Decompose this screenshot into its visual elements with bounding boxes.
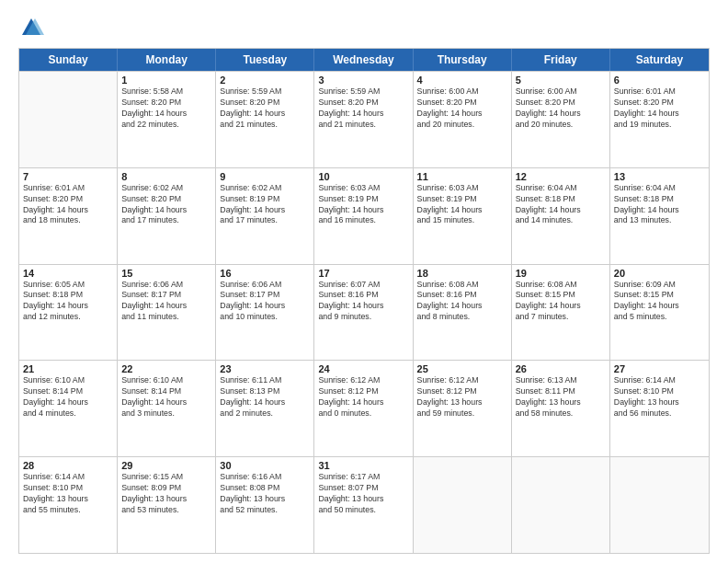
logo [18,15,48,40]
cell-day-number: 20 [614,268,705,279]
cal-cell: 5Sunrise: 6:00 AM Sunset: 8:20 PM Daylig… [512,72,610,167]
cell-day-number: 26 [516,363,606,374]
cal-cell: 2Sunrise: 5:59 AM Sunset: 8:20 PM Daylig… [216,72,314,167]
cell-info: Sunrise: 6:06 AM Sunset: 8:17 PM Dayligh… [220,280,310,324]
cell-day-number: 5 [516,75,606,86]
cell-info: Sunrise: 6:12 AM Sunset: 8:12 PM Dayligh… [318,375,408,419]
header-day-saturday: Saturday [610,49,709,71]
cal-cell: 4Sunrise: 6:00 AM Sunset: 8:20 PM Daylig… [414,72,512,167]
cell-day-number: 30 [220,460,310,471]
cell-info: Sunrise: 6:14 AM Sunset: 8:10 PM Dayligh… [23,472,113,516]
cell-day-number: 12 [516,171,606,182]
header-day-sunday: Sunday [19,49,118,71]
cell-info: Sunrise: 6:17 AM Sunset: 8:07 PM Dayligh… [318,472,408,516]
cell-day-number: 13 [614,171,705,182]
cal-cell: 15Sunrise: 6:06 AM Sunset: 8:17 PM Dayli… [118,265,216,361]
calendar-body: 1Sunrise: 5:58 AM Sunset: 8:20 PM Daylig… [19,71,709,553]
cell-info: Sunrise: 6:09 AM Sunset: 8:15 PM Dayligh… [614,280,705,324]
header-day-monday: Monday [118,49,216,71]
cal-cell: 27Sunrise: 6:14 AM Sunset: 8:10 PM Dayli… [610,361,709,456]
cell-info: Sunrise: 6:02 AM Sunset: 8:20 PM Dayligh… [121,183,211,227]
cal-cell: 18Sunrise: 6:08 AM Sunset: 8:16 PM Dayli… [414,265,512,361]
cal-cell: 1Sunrise: 5:58 AM Sunset: 8:20 PM Daylig… [118,72,216,167]
cell-day-number: 2 [220,75,310,86]
cell-info: Sunrise: 6:05 AM Sunset: 8:18 PM Dayligh… [23,280,113,324]
cell-day-number: 14 [23,268,113,279]
cell-info: Sunrise: 6:10 AM Sunset: 8:14 PM Dayligh… [121,375,211,419]
cell-info: Sunrise: 6:14 AM Sunset: 8:10 PM Dayligh… [614,375,705,419]
cell-day-number: 9 [220,171,310,182]
cal-cell: 7Sunrise: 6:01 AM Sunset: 8:20 PM Daylig… [19,168,118,264]
cal-cell: 22Sunrise: 6:10 AM Sunset: 8:14 PM Dayli… [118,361,216,456]
cell-info: Sunrise: 6:13 AM Sunset: 8:11 PM Dayligh… [516,375,606,419]
cal-cell: 13Sunrise: 6:04 AM Sunset: 8:18 PM Dayli… [610,168,709,264]
cal-cell: 9Sunrise: 6:02 AM Sunset: 8:19 PM Daylig… [216,168,314,264]
cal-cell: 14Sunrise: 6:05 AM Sunset: 8:18 PM Dayli… [19,265,118,361]
cell-info: Sunrise: 5:58 AM Sunset: 8:20 PM Dayligh… [121,86,211,131]
cell-day-number: 23 [220,363,310,374]
cal-cell: 23Sunrise: 6:11 AM Sunset: 8:13 PM Dayli… [216,361,314,456]
cell-info: Sunrise: 6:11 AM Sunset: 8:13 PM Dayligh… [220,375,310,419]
cal-cell: 6Sunrise: 6:01 AM Sunset: 8:20 PM Daylig… [610,72,709,167]
cell-info: Sunrise: 6:01 AM Sunset: 8:20 PM Dayligh… [614,86,705,131]
cal-cell: 8Sunrise: 6:02 AM Sunset: 8:20 PM Daylig… [118,168,216,264]
calendar-header: SundayMondayTuesdayWednesdayThursdayFrid… [19,49,709,71]
cell-day-number: 11 [417,171,507,182]
header-day-thursday: Thursday [414,49,512,71]
cal-cell: 17Sunrise: 6:07 AM Sunset: 8:16 PM Dayli… [314,265,413,361]
cell-info: Sunrise: 6:07 AM Sunset: 8:16 PM Dayligh… [318,280,408,324]
cal-cell: 12Sunrise: 6:04 AM Sunset: 8:18 PM Dayli… [512,168,610,264]
cell-info: Sunrise: 6:04 AM Sunset: 8:18 PM Dayligh… [516,183,606,227]
cell-day-number: 10 [318,171,408,182]
cell-info: Sunrise: 5:59 AM Sunset: 8:20 PM Dayligh… [318,86,408,131]
cal-cell: 28Sunrise: 6:14 AM Sunset: 8:10 PM Dayli… [19,457,118,553]
cal-cell [610,457,709,553]
cal-cell [414,457,512,553]
cal-cell: 16Sunrise: 6:06 AM Sunset: 8:17 PM Dayli… [216,265,314,361]
cal-cell: 11Sunrise: 6:03 AM Sunset: 8:19 PM Dayli… [414,168,512,264]
calendar-row-2: 7Sunrise: 6:01 AM Sunset: 8:20 PM Daylig… [19,167,709,264]
cell-info: Sunrise: 6:10 AM Sunset: 8:14 PM Dayligh… [23,375,113,419]
logo-icon [18,15,44,40]
cell-day-number: 6 [614,75,705,86]
cal-cell: 19Sunrise: 6:08 AM Sunset: 8:15 PM Dayli… [512,265,610,361]
cal-cell: 30Sunrise: 6:16 AM Sunset: 8:08 PM Dayli… [216,457,314,553]
cal-cell: 26Sunrise: 6:13 AM Sunset: 8:11 PM Dayli… [512,361,610,456]
cell-day-number: 16 [220,268,310,279]
cell-day-number: 22 [121,363,211,374]
cell-day-number: 29 [121,460,211,471]
header-day-wednesday: Wednesday [314,49,413,71]
cell-info: Sunrise: 6:03 AM Sunset: 8:19 PM Dayligh… [318,183,408,227]
header [18,15,710,40]
cell-day-number: 31 [318,460,408,471]
cell-info: Sunrise: 6:15 AM Sunset: 8:09 PM Dayligh… [121,472,211,516]
cell-day-number: 7 [23,171,113,182]
cell-day-number: 1 [121,75,211,86]
cal-cell: 10Sunrise: 6:03 AM Sunset: 8:19 PM Dayli… [314,168,413,264]
cell-info: Sunrise: 6:08 AM Sunset: 8:16 PM Dayligh… [417,280,507,324]
cal-cell [512,457,610,553]
calendar-row-5: 28Sunrise: 6:14 AM Sunset: 8:10 PM Dayli… [19,456,709,553]
cell-day-number: 24 [318,363,408,374]
cal-cell: 29Sunrise: 6:15 AM Sunset: 8:09 PM Dayli… [118,457,216,553]
header-day-tuesday: Tuesday [216,49,314,71]
cell-info: Sunrise: 6:00 AM Sunset: 8:20 PM Dayligh… [417,86,507,131]
cell-day-number: 28 [23,460,113,471]
cell-info: Sunrise: 6:08 AM Sunset: 8:15 PM Dayligh… [516,280,606,324]
calendar-row-4: 21Sunrise: 6:10 AM Sunset: 8:14 PM Dayli… [19,360,709,456]
header-day-friday: Friday [512,49,610,71]
page: SundayMondayTuesdayWednesdayThursdayFrid… [0,0,728,563]
cell-info: Sunrise: 6:12 AM Sunset: 8:12 PM Dayligh… [417,375,507,419]
cal-cell: 21Sunrise: 6:10 AM Sunset: 8:14 PM Dayli… [19,361,118,456]
calendar: SundayMondayTuesdayWednesdayThursdayFrid… [18,48,710,554]
cal-cell: 25Sunrise: 6:12 AM Sunset: 8:12 PM Dayli… [414,361,512,456]
cal-cell: 20Sunrise: 6:09 AM Sunset: 8:15 PM Dayli… [610,265,709,361]
calendar-row-1: 1Sunrise: 5:58 AM Sunset: 8:20 PM Daylig… [19,71,709,167]
cell-day-number: 15 [121,268,211,279]
cell-info: Sunrise: 6:06 AM Sunset: 8:17 PM Dayligh… [121,280,211,324]
calendar-row-3: 14Sunrise: 6:05 AM Sunset: 8:18 PM Dayli… [19,264,709,361]
cell-info: Sunrise: 6:01 AM Sunset: 8:20 PM Dayligh… [23,183,113,227]
cal-cell: 24Sunrise: 6:12 AM Sunset: 8:12 PM Dayli… [314,361,413,456]
cal-cell: 3Sunrise: 5:59 AM Sunset: 8:20 PM Daylig… [314,72,413,167]
cell-day-number: 18 [417,268,507,279]
